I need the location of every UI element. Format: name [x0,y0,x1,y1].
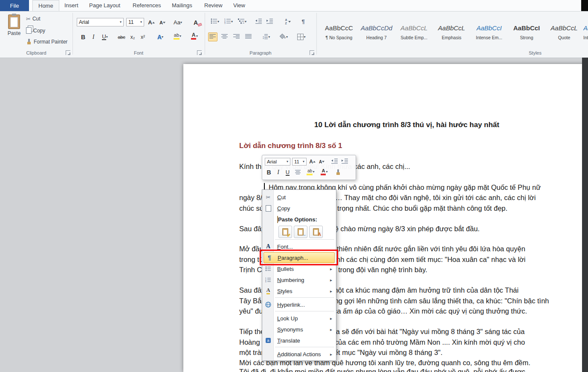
annotation-highlight-box [260,250,338,265]
align-center-button[interactable] [220,32,229,41]
menu-item-label: Styles [277,288,292,294]
menu-item-hyperlink[interactable]: Hyperlink... [263,299,336,310]
bold-button[interactable]: B [78,32,88,41]
tab-references[interactable]: References [127,0,166,11]
menu-item-additional-actions[interactable]: Additional Actions ▸ [263,349,336,360]
paste-keep-source-formatting-button[interactable] [278,226,292,238]
group-separator [316,13,317,55]
menu-item-numbering[interactable]: 123 Numbering ▸ [263,274,336,285]
menu-item-label: Font... [277,244,293,250]
shading-button[interactable]: ▾ [277,32,290,41]
mini-font-size-combo[interactable]: 11 ▾ [292,158,307,166]
mini-italic-button[interactable]: I [274,168,282,177]
highlight-icon: ab [174,33,179,38]
tab-home[interactable]: Home [32,0,59,11]
font-size-combo[interactable]: 11 ▾ [126,18,144,26]
text-effects-button[interactable]: A ▾ [154,32,166,41]
paragraph-dialog-launcher[interactable] [310,50,314,55]
mini-grow-font-button[interactable]: A [308,157,316,166]
menu-item-translate[interactable]: a Translate [263,335,336,346]
style-intense-emphasis[interactable]: AaBbCcI Intense Em... [471,16,507,48]
font-color-icon: A [322,169,325,173]
paste-keep-text-only-button[interactable]: A [309,226,323,238]
style-sample: AaBbCcI [513,24,540,32]
borders-button[interactable]: ▾ [295,32,308,41]
grow-font-button[interactable]: A [147,18,156,27]
style-heading-7[interactable]: AaBbCcDd Heading 7 [358,16,395,48]
document-page[interactable]: 10 Lời dẫn chương trình 8/3 thú vị, hài … [183,64,588,372]
mini-font-name-combo[interactable]: Arial ▾ [265,158,290,166]
bold-label: B [266,169,271,176]
translate-icon: a [266,338,271,343]
decrease-indent-icon [331,158,338,166]
menu-item-label: Additional Actions [277,351,321,357]
style-no-spacing[interactable]: AaBbCcC ¶ No Spacing [321,16,357,48]
decrease-indent-button[interactable] [254,17,264,26]
tab-mailings[interactable]: Mailings [166,0,198,11]
mini-decrease-indent-button[interactable] [330,157,339,166]
italic-button[interactable]: I [89,32,98,41]
subscript-button[interactable]: x₂ [128,32,137,41]
style-name: Emphasis [442,35,461,40]
mini-increase-indent-button[interactable] [341,157,349,166]
clipboard-dialog-launcher[interactable] [66,50,70,55]
highlight-color-button[interactable]: ab ▾ [171,32,184,41]
menu-item-styles[interactable]: A Styles ▸ [263,285,336,296]
multilevel-list-button[interactable]: ▾ [236,17,248,26]
copy-label: Copy [33,28,45,34]
style-subtle-emphasis[interactable]: AaBbCcL Subtle Emp... [396,16,432,48]
style-quote[interactable]: AaBbCcL Quote [546,16,582,48]
mini-align-button[interactable] [294,168,302,177]
style-sample: AaBbCcL [583,24,588,32]
tab-file[interactable]: File [0,0,29,11]
increase-indent-button[interactable] [265,17,275,26]
paste-button[interactable]: Paste [3,14,25,37]
justify-button[interactable] [244,32,253,41]
style-emphasis[interactable]: AaBbCcL Emphasis [433,16,470,48]
numbering-button[interactable]: 123 ▾ [223,17,235,26]
tab-review[interactable]: Review [199,0,228,11]
font-color-button[interactable]: A ▾ [188,32,201,41]
grow-font-label: A [309,159,313,165]
cut-button[interactable]: ✂ Cut [25,15,42,23]
strikethrough-button[interactable]: abc [116,32,127,41]
menu-item-copy[interactable]: Copy [263,203,336,214]
vertical-scrollbar[interactable] [582,58,588,372]
style-strong[interactable]: AaBbCcI Strong [508,16,545,48]
align-right-button[interactable] [232,32,241,41]
mini-bold-button[interactable]: B [265,168,273,177]
mini-underline-button[interactable]: U [284,168,292,177]
document-line[interactable]: Tôi đã đi, đi khắp mọi miền đất nước như… [239,368,525,372]
menu-item-look-up[interactable]: Look Up ▸ [263,313,336,324]
format-painter-button[interactable]: Format Painter [25,38,69,46]
mini-highlight-button[interactable]: ab ▾ [305,168,316,176]
underline-button[interactable]: U ▾ [99,32,111,41]
sort-button[interactable]: AZ [282,17,293,26]
tab-insert[interactable]: Insert [59,0,84,11]
menu-item-synonyms[interactable]: Synonyms ▸ [263,324,336,335]
align-center-icon [295,169,301,176]
paste-merge-formatting-button[interactable]: → [294,226,307,238]
mini-font-color-button[interactable]: A ▾ [319,168,330,176]
shrink-font-button[interactable]: A [158,18,167,27]
font-name-combo[interactable]: Arial ▾ [77,18,124,26]
show-paragraph-marks-button[interactable]: ¶ [298,17,308,26]
menu-item-cut[interactable]: ✂ Cut [263,192,336,203]
superscript-button[interactable]: x² [138,32,148,41]
copy-button[interactable]: Copy [25,26,46,35]
font-dialog-launcher[interactable] [197,50,202,55]
hyperlink-globe-icon [264,302,272,308]
bullets-button[interactable]: ▾ [209,17,221,26]
style-intense-quote[interactable]: AaBbCcL Intense Q... [583,16,588,48]
style-name: Intense Em... [476,35,502,40]
align-left-button[interactable] [208,32,217,41]
mini-shrink-font-button[interactable]: A [318,157,326,166]
font-color-bar [191,38,196,40]
clear-formatting-button[interactable]: A [191,18,200,27]
change-case-button[interactable]: Aa ▾ [171,18,184,27]
tab-view[interactable]: View [228,0,251,11]
tab-page-layout[interactable]: Page Layout [84,0,126,11]
mini-format-painter-button[interactable] [334,168,342,177]
font-name-value: Arial [79,19,89,25]
line-spacing-button[interactable]: ↕ ▾ [259,32,273,41]
